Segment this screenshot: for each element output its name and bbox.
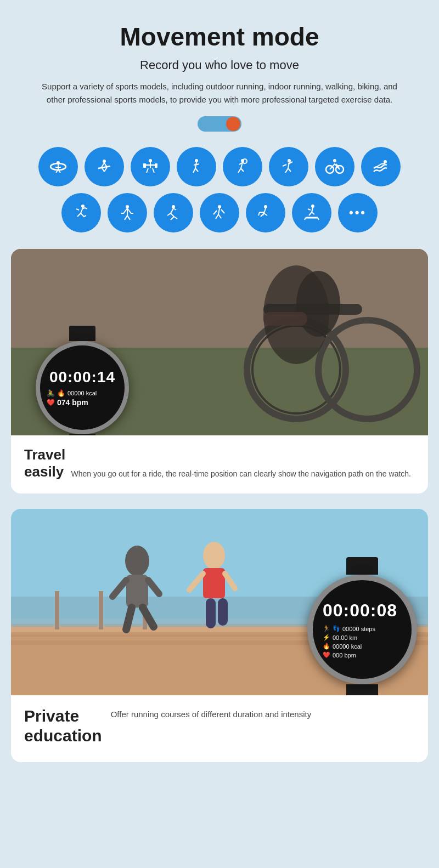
icons-row-2: ••• bbox=[61, 193, 378, 232]
svg-point-39 bbox=[384, 160, 387, 163]
sport-icon-cycling[interactable] bbox=[315, 147, 354, 186]
svg-line-34 bbox=[283, 164, 286, 166]
strap-bottom-large bbox=[346, 684, 378, 695]
running-steps: 00000 steps bbox=[342, 626, 375, 632]
svg-point-19 bbox=[195, 159, 198, 162]
svg-line-48 bbox=[221, 209, 224, 213]
sport-icon-stretching[interactable] bbox=[108, 193, 147, 232]
travel-heading-text: Travel bbox=[24, 446, 65, 463]
run-icon: 🏃 bbox=[323, 625, 330, 632]
running-watch-stats: 🏃 👣 00000 steps ⚡ 00.00 km 🔥 00000 kcal bbox=[323, 625, 402, 659]
sport-icon-more[interactable]: ••• bbox=[338, 193, 378, 232]
page-wrapper: Movement mode Record you who love to mov… bbox=[0, 0, 439, 799]
svg-line-44 bbox=[218, 208, 219, 214]
cycling-card: 00:00:14 🚴 🔥 00000 kcal ❤️ 074 bpm bbox=[11, 249, 428, 493]
svg-point-12 bbox=[149, 159, 152, 162]
svg-line-47 bbox=[213, 211, 217, 214]
svg-line-11 bbox=[98, 166, 110, 168]
sport-icon-nordicwalking[interactable] bbox=[200, 193, 239, 232]
svg-point-42 bbox=[172, 205, 175, 208]
running-stat-row-1: 🏃 👣 00000 steps bbox=[323, 625, 402, 632]
heart2-icon: ❤️ bbox=[323, 651, 330, 659]
svg-line-22 bbox=[195, 168, 198, 172]
svg-line-18 bbox=[153, 168, 154, 173]
header-section: Movement mode Record you who love to mov… bbox=[11, 22, 428, 132]
cycling-stat-row-2: ❤️ 074 bpm bbox=[47, 398, 118, 407]
main-title: Movement mode bbox=[11, 22, 428, 52]
svg-rect-16 bbox=[155, 163, 157, 168]
running-image: 00:00:08 🏃 👣 00000 steps ⚡ 00.00 km bbox=[11, 509, 428, 695]
cycling-icon: 🚴 bbox=[47, 389, 55, 397]
sport-icon-weightlifting[interactable] bbox=[131, 147, 170, 186]
sport-icon-hula[interactable] bbox=[38, 147, 78, 186]
toggle-knob bbox=[226, 117, 240, 131]
svg-point-38 bbox=[333, 159, 336, 162]
svg-line-23 bbox=[194, 164, 199, 165]
icons-row-1 bbox=[38, 147, 401, 186]
running-watch-time: 00:00:08 bbox=[323, 600, 397, 621]
svg-point-1 bbox=[57, 161, 60, 164]
svg-point-41 bbox=[126, 205, 129, 208]
strap-top bbox=[69, 326, 95, 341]
cycling-watch-stats: 🚴 🔥 00000 kcal ❤️ 074 bpm bbox=[40, 389, 125, 407]
cycling-watch: 00:00:14 🚴 🔥 00000 kcal ❤️ 074 bpm bbox=[27, 326, 137, 435]
svg-line-21 bbox=[193, 168, 195, 173]
strap-bottom bbox=[69, 434, 95, 435]
svg-point-30 bbox=[288, 159, 291, 162]
flame-icon: 🔥 bbox=[57, 389, 65, 397]
running-watch: 00:00:08 🏃 👣 00000 steps ⚡ 00.00 km bbox=[302, 557, 423, 695]
toggle-track[interactable] bbox=[198, 116, 241, 132]
strap-top-large bbox=[346, 557, 378, 575]
distance-icon: ⚡ bbox=[323, 634, 330, 641]
svg-line-20 bbox=[195, 162, 196, 168]
running-card: 00:00:08 🏃 👣 00000 steps ⚡ 00.00 km bbox=[11, 509, 428, 762]
flame2-icon: 🔥 bbox=[323, 643, 330, 650]
cycling-kcal: 00000 kcal bbox=[67, 390, 97, 396]
running-stat-row-3: 🔥 00000 kcal bbox=[323, 643, 402, 650]
svg-line-32 bbox=[285, 168, 288, 173]
watch-face-running: 00:00:08 🏃 👣 00000 steps ⚡ 00.00 km bbox=[307, 575, 417, 684]
travel-text: Travel easily When you go out for a ride… bbox=[11, 435, 428, 493]
svg-point-40 bbox=[81, 205, 85, 208]
watch-face-cycling: 00:00:14 🚴 🔥 00000 kcal ❤️ 074 bpm bbox=[36, 341, 129, 434]
travel-heading: Travel easily bbox=[24, 446, 68, 480]
sport-icon-yoga[interactable] bbox=[154, 193, 193, 232]
travel-description: When you go out for a ride, the real-tim… bbox=[71, 469, 411, 478]
svg-point-6 bbox=[103, 160, 106, 163]
svg-point-49 bbox=[264, 205, 267, 208]
sport-icon-running[interactable] bbox=[61, 193, 101, 232]
sports-icons: ••• bbox=[11, 147, 428, 232]
cycling-image: 00:00:14 🚴 🔥 00000 kcal ❤️ 074 bpm bbox=[11, 249, 428, 435]
running-kcal: 00000 kcal bbox=[333, 643, 362, 650]
running-stat-row-4: ❤️ 000 bpm bbox=[323, 651, 402, 659]
svg-line-17 bbox=[147, 168, 148, 173]
running-bpm: 000 bpm bbox=[333, 652, 356, 659]
running-stat-row-2: ⚡ 00.00 km bbox=[323, 634, 402, 641]
svg-rect-15 bbox=[143, 163, 146, 168]
heart-icon: ❤️ bbox=[47, 399, 55, 406]
svg-line-7 bbox=[102, 163, 104, 167]
sport-icon-martialarts[interactable] bbox=[269, 147, 308, 186]
svg-line-45 bbox=[216, 214, 218, 219]
cycling-bpm: 074 bpm bbox=[57, 398, 88, 407]
cycling-stat-row-1: 🚴 🔥 00000 kcal bbox=[47, 389, 118, 397]
private-text: Privateeducation Offer running courses o… bbox=[11, 695, 428, 762]
sport-icon-treadmill[interactable] bbox=[292, 193, 331, 232]
subtitle: Record you who love to move bbox=[11, 58, 428, 72]
sport-icon-rowing2[interactable] bbox=[246, 193, 285, 232]
steps-icon: 👣 bbox=[333, 625, 340, 632]
running-km: 00.00 km bbox=[333, 634, 357, 641]
svg-line-33 bbox=[288, 168, 291, 172]
sport-icon-handball[interactable] bbox=[223, 147, 262, 186]
sport-icon-swimming[interactable] bbox=[361, 147, 401, 186]
sport-icon-walking[interactable] bbox=[177, 147, 216, 186]
svg-point-43 bbox=[218, 205, 221, 208]
svg-line-46 bbox=[218, 214, 221, 218]
toggle-container[interactable] bbox=[11, 116, 428, 132]
svg-line-10 bbox=[104, 167, 107, 172]
private-description: Offer running courses of different durat… bbox=[111, 706, 415, 721]
description: Support a variety of sports models, incl… bbox=[33, 80, 406, 106]
svg-line-26 bbox=[238, 168, 241, 173]
cycling-watch-time: 00:00:14 bbox=[49, 368, 115, 386]
sport-icon-rowing[interactable] bbox=[85, 147, 124, 186]
